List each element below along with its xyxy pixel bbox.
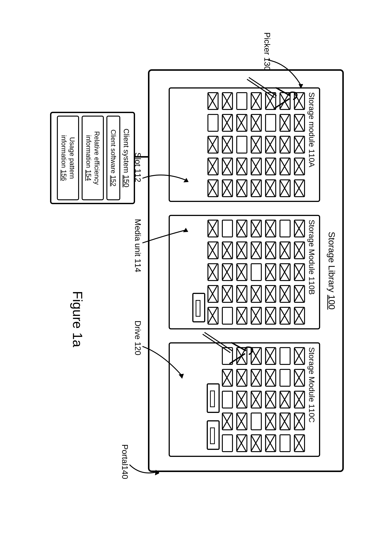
storage-slot	[265, 158, 276, 175]
eff-line2-prefix: information	[85, 135, 92, 170]
figure-caption: Figure 1a	[70, 291, 85, 347]
storage-slot	[251, 347, 262, 365]
storage-slot	[251, 307, 262, 325]
storage-slot	[280, 114, 291, 132]
storage-slot	[294, 307, 305, 325]
client-system-title: Client system 150	[122, 116, 131, 200]
storage-slot	[222, 158, 233, 175]
drive-slot	[207, 420, 220, 450]
storage-slot	[280, 136, 291, 154]
usage-line1: Usage pattern	[68, 137, 76, 179]
storage-slot	[280, 434, 291, 452]
storage-slot	[265, 220, 276, 237]
storage-slot	[265, 285, 276, 303]
storage-slot	[236, 285, 247, 303]
storage-slot	[222, 92, 233, 110]
storage-slot	[294, 114, 305, 132]
storage-slot	[265, 307, 276, 325]
storage-slot	[236, 114, 247, 132]
storage-slot	[207, 242, 218, 259]
storage-slot	[251, 114, 262, 132]
storage-slot	[265, 136, 276, 154]
storage-slot	[207, 114, 218, 132]
storage-slot	[207, 158, 218, 175]
slot-grid-b	[207, 218, 305, 326]
eff-num: 154	[85, 170, 92, 181]
storage-library-title: Storage Library 100	[327, 232, 337, 310]
storage-slot	[236, 180, 247, 197]
eff-line1: Relative efficiency	[93, 131, 101, 185]
storage-slot	[294, 391, 305, 409]
storage-slot	[280, 369, 291, 387]
storage-slot	[294, 180, 305, 197]
storage-module-b: Storage Module 110B	[169, 215, 320, 329]
storage-slot	[265, 391, 276, 409]
storage-slot	[251, 242, 262, 259]
storage-slot	[280, 285, 291, 303]
slot-grid-a	[207, 91, 305, 198]
slot-grid-c	[222, 346, 305, 453]
library-title-num: 100	[327, 295, 336, 310]
module-b-title: Storage Module 110B	[307, 220, 316, 326]
media-unit-label: Media unit 114	[133, 219, 143, 272]
storage-slot	[207, 263, 218, 281]
storage-slot	[265, 434, 276, 452]
storage-slot	[222, 369, 233, 387]
client-software-num: 152	[110, 175, 117, 186]
storage-slot	[294, 413, 305, 430]
client-software-prefix: Client software	[110, 130, 117, 175]
storage-slot	[236, 369, 247, 387]
storage-slot	[280, 307, 291, 325]
storage-slot	[236, 92, 247, 110]
storage-slot	[222, 114, 233, 132]
storage-slot	[294, 347, 305, 365]
storage-slot	[251, 434, 262, 452]
storage-slot	[251, 180, 262, 197]
storage-slot	[251, 369, 262, 387]
relative-efficiency-box: Relative efficiency information 154	[82, 116, 104, 200]
storage-slot	[280, 347, 291, 365]
storage-module-c: Storage Module 110C	[169, 342, 320, 457]
storage-slot	[222, 263, 233, 281]
storage-slot	[294, 242, 305, 259]
storage-slot	[294, 263, 305, 281]
storage-slot	[251, 413, 262, 430]
connector-line	[135, 156, 148, 158]
storage-slot	[265, 413, 276, 430]
storage-slot	[294, 285, 305, 303]
storage-slot	[265, 263, 276, 281]
storage-slot	[207, 285, 218, 303]
storage-slot	[236, 158, 247, 175]
storage-module-a: Storage module 110A	[169, 87, 320, 202]
storage-slot	[207, 92, 218, 110]
storage-slot	[222, 180, 233, 197]
drive-slot	[207, 383, 220, 413]
storage-slot	[251, 263, 262, 281]
storage-slot	[280, 92, 291, 110]
storage-slot	[294, 92, 305, 110]
storage-slot	[207, 220, 218, 237]
storage-slot	[236, 136, 247, 154]
storage-slot	[251, 158, 262, 175]
drive-slot	[192, 293, 205, 322]
storage-slot	[251, 391, 262, 409]
storage-slot	[280, 180, 291, 197]
storage-slot	[236, 413, 247, 430]
module-c-title: Storage Module 110C	[307, 347, 316, 453]
storage-slot	[222, 391, 233, 409]
storage-slot	[236, 434, 247, 452]
storage-slot	[265, 242, 276, 259]
storage-slot	[294, 158, 305, 175]
storage-slot	[236, 263, 247, 281]
storage-slot	[222, 220, 233, 237]
storage-slot	[251, 92, 262, 110]
client-system-box: Client system 150 Client software 152 Re…	[50, 112, 135, 204]
storage-slot	[222, 413, 233, 430]
storage-slot	[222, 307, 233, 325]
storage-slot	[265, 180, 276, 197]
storage-slot	[280, 263, 291, 281]
storage-slot	[294, 136, 305, 154]
storage-slot	[222, 434, 233, 452]
storage-slot	[236, 391, 247, 409]
storage-slot	[251, 136, 262, 154]
